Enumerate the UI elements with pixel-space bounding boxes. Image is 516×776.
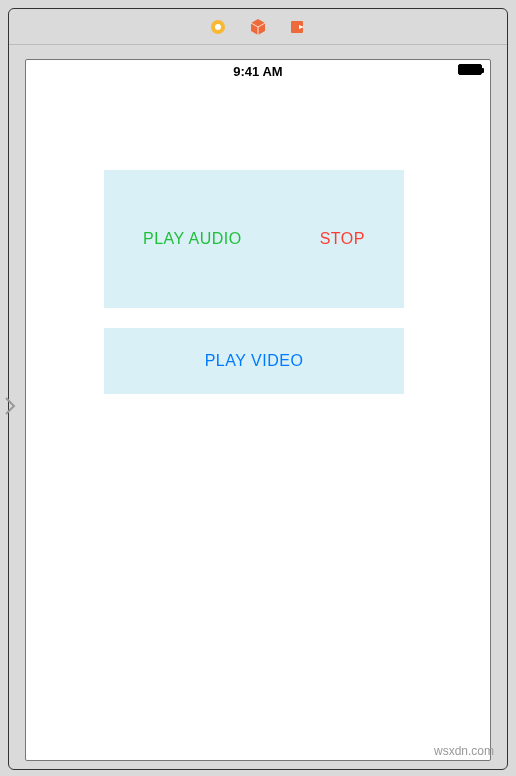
cube-icon[interactable] [249,18,267,36]
record-icon[interactable] [209,18,227,36]
video-panel: PLAY VIDEO [104,328,404,394]
screen-content: PLAY AUDIO STOP PLAY VIDEO [26,82,490,760]
status-time: 9:41 AM [233,64,282,79]
play-audio-button[interactable]: PLAY AUDIO [143,230,242,248]
svg-point-1 [215,24,221,30]
audio-panel: PLAY AUDIO STOP [104,170,404,308]
play-video-button[interactable]: PLAY VIDEO [205,352,304,370]
interface-builder-frame: 9:41 AM PLAY AUDIO STOP PLAY VIDEO [8,8,508,770]
export-icon[interactable] [289,18,307,36]
watermark: wsxdn.com [434,744,494,758]
xcode-toolbar [9,9,507,45]
battery-icon [458,64,482,75]
device-canvas: 9:41 AM PLAY AUDIO STOP PLAY VIDEO [25,59,491,761]
stop-button[interactable]: STOP [320,230,365,248]
status-bar: 9:41 AM [26,60,490,82]
